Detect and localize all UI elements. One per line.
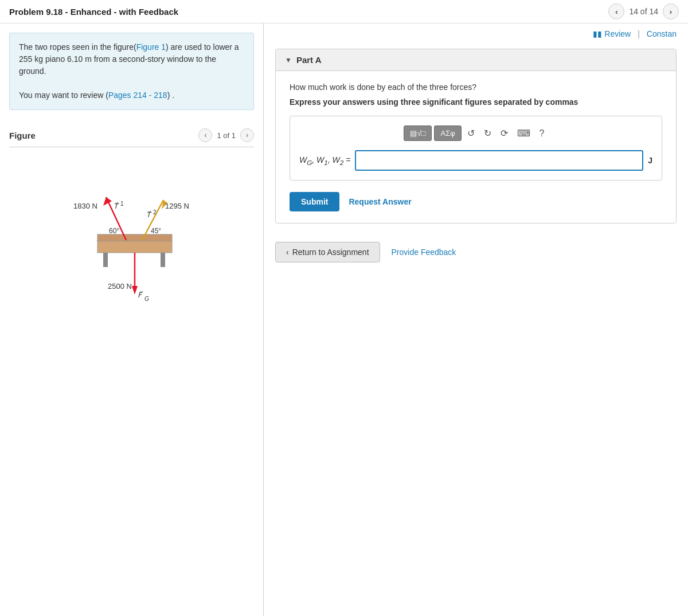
figure-prev-button[interactable]: ‹ [198, 128, 212, 142]
svg-text:T⃗: T⃗ [114, 202, 119, 210]
question-text: How much work is done by each of the thr… [290, 83, 662, 92]
book-icon: ▮▮ [593, 29, 602, 38]
keyboard-button[interactable]: ⌨ [514, 125, 534, 141]
answer-box: ▤√□ AΣφ ↺ ↻ ⟳ ⌨ ? WG, W1, W2 = J [290, 116, 662, 181]
svg-text:1830 N: 1830 N [73, 202, 97, 210]
main-layout: The two ropes seen in the figure(Figure … [0, 23, 688, 616]
part-a-header: ▼ Part A [276, 49, 676, 71]
instruction-text: Express your answers using three signifi… [290, 97, 662, 107]
part-a-title: Part A [296, 55, 322, 65]
svg-text:G: G [144, 296, 149, 302]
header-navigation: ‹ 14 of 14 › [608, 3, 679, 19]
equation-label: WG, W1, W2 = [299, 155, 350, 166]
request-answer-link[interactable]: Request Answer [349, 197, 411, 206]
return-to-assignment-button[interactable]: ‹ Return to Assignment [275, 242, 380, 262]
part-a-content: How much work is done by each of the thr… [276, 71, 676, 223]
submit-button[interactable]: Submit [290, 192, 339, 211]
toolbar: ▤√□ AΣφ ↺ ↻ ⟳ ⌨ ? [299, 125, 652, 141]
figure-diagram: 1830 N T⃗ 1 60° 1295 N T⃗ 2 45° 2500 N [9, 154, 254, 320]
problem-text-1: The two ropes seen in the figure( [19, 42, 136, 52]
unit-label: J [648, 156, 652, 165]
review-link-label: Review [604, 29, 631, 38]
constants-link[interactable]: Constan [647, 29, 677, 38]
svg-text:T⃗: T⃗ [146, 210, 152, 219]
return-label: Return to Assignment [292, 248, 369, 257]
pages-link[interactable]: Pages 214 - 218 [108, 91, 167, 100]
svg-text:1: 1 [120, 201, 124, 207]
svg-marker-9 [132, 286, 138, 295]
page-count: 14 of 14 [629, 7, 658, 16]
refresh-button[interactable]: ⟳ [497, 125, 511, 141]
redo-button[interactable]: ↻ [480, 125, 495, 141]
figure-header: Figure ‹ 1 of 1 › [9, 128, 254, 147]
figure-navigation: ‹ 1 of 1 › [198, 128, 254, 142]
svg-text:45°: 45° [151, 227, 161, 235]
provide-feedback-link[interactable]: Provide Feedback [392, 248, 456, 257]
figure1-link[interactable]: Figure 1 [136, 42, 166, 52]
left-panel: The two ropes seen in the figure(Figure … [0, 23, 264, 616]
svg-text:60°: 60° [109, 227, 119, 235]
svg-text:2500 N: 2500 N [108, 282, 132, 291]
review-link[interactable]: ▮▮ Review [593, 29, 631, 38]
figure-section: Figure ‹ 1 of 1 › [0, 119, 263, 329]
svg-marker-5 [103, 197, 112, 206]
collapse-icon[interactable]: ▼ [285, 56, 292, 64]
next-problem-button[interactable]: › [663, 3, 679, 19]
answer-input[interactable] [355, 150, 643, 171]
review-text-2: ) . [167, 91, 174, 100]
return-icon: ‹ [286, 248, 289, 257]
physics-diagram: 1830 N T⃗ 1 60° 1295 N T⃗ 2 45° 2500 N [40, 166, 224, 309]
svg-text:2: 2 [153, 209, 157, 215]
help-button[interactable]: ? [536, 126, 548, 141]
bottom-actions: ‹ Return to Assignment Provide Feedback [275, 242, 677, 262]
figure-next-button[interactable]: › [240, 128, 254, 142]
part-a-section: ▼ Part A How much work is done by each o… [275, 49, 677, 223]
math-template-button[interactable]: ▤√□ [404, 125, 432, 141]
problem-description: The two ropes seen in the figure(Figure … [9, 33, 254, 110]
problem-title: Problem 9.18 - Enhanced - with Feedback [9, 7, 178, 17]
input-row: WG, W1, W2 = J [299, 150, 652, 171]
svg-rect-2 [161, 253, 165, 267]
svg-rect-1 [103, 253, 108, 267]
svg-rect-0 [97, 240, 172, 253]
page-header: Problem 9.18 - Enhanced - with Feedback … [0, 0, 688, 23]
svg-text:1295 N: 1295 N [165, 202, 189, 210]
action-row: Submit Request Answer [290, 192, 662, 211]
svg-rect-3 [97, 234, 172, 241]
review-text-1: You may want to review ( [19, 91, 108, 100]
undo-button[interactable]: ↺ [464, 125, 478, 141]
prev-problem-button[interactable]: ‹ [608, 3, 624, 19]
svg-text:F⃗: F⃗ [138, 291, 143, 299]
top-bar: ▮▮ Review | Constan [264, 23, 688, 44]
figure-page: 1 of 1 [217, 131, 236, 140]
right-panel: ▮▮ Review | Constan ▼ Part A How much wo… [264, 23, 688, 616]
figure-title: Figure [9, 131, 36, 140]
symbol-button[interactable]: AΣφ [434, 125, 461, 141]
separator: | [638, 29, 640, 38]
